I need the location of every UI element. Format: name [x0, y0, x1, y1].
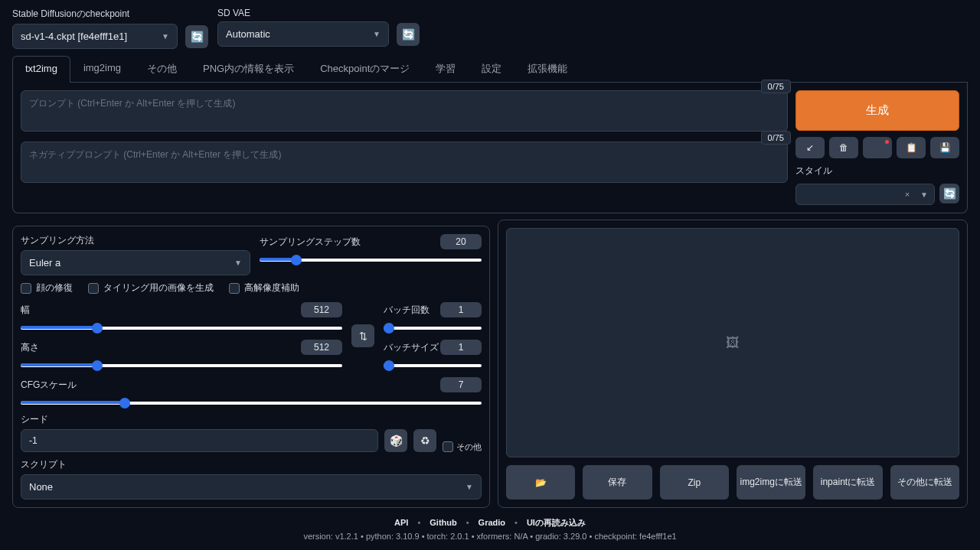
script-value: None: [29, 481, 53, 493]
generate-button[interactable]: 生成: [795, 90, 959, 131]
swap-wh-button[interactable]: ⇅: [351, 324, 374, 347]
batch-count-value: 1: [440, 302, 482, 317]
send-inpaint-button[interactable]: inpaintに転送: [813, 465, 882, 500]
script-label: スクリプト: [21, 458, 482, 471]
refresh-icon: 🔄: [191, 31, 204, 43]
tab-7[interactable]: 拡張機能: [514, 55, 580, 82]
cfg-slider[interactable]: [21, 402, 482, 405]
recycle-icon: ♻: [420, 434, 430, 447]
footer-link[interactable]: Gradio: [479, 518, 505, 527]
cfg-label: CFGスケール: [21, 379, 77, 392]
width-slider[interactable]: [21, 327, 342, 330]
tab-6[interactable]: 設定: [469, 55, 514, 82]
chevron-down-icon: ▼: [920, 190, 928, 199]
clear-icon[interactable]: ×: [905, 190, 910, 199]
sampling-method-label: サンプリング方法: [21, 234, 250, 247]
batch-size-value: 1: [440, 340, 482, 355]
arrow-button[interactable]: ↙: [795, 137, 825, 158]
save-style-button[interactable]: 💾: [930, 137, 959, 158]
vae-label: SD VAE: [217, 8, 420, 18]
tab-3[interactable]: PNG内の情報を表示: [190, 55, 307, 82]
refresh-vae-button[interactable]: 🔄: [397, 23, 420, 46]
height-label: 高さ: [21, 341, 39, 354]
image-placeholder-icon: 🖼: [726, 335, 740, 351]
batch-size-slider[interactable]: [384, 364, 482, 367]
apply-style-button[interactable]: 🔄: [939, 184, 959, 203]
footer-link[interactable]: API: [394, 518, 408, 527]
save-icon: 💾: [939, 142, 951, 153]
vae-value: Automatic: [226, 28, 270, 40]
refresh-checkpoint-button[interactable]: 🔄: [185, 25, 208, 48]
zip-button[interactable]: Zip: [660, 465, 729, 500]
arrow-icon: ↙: [806, 142, 814, 153]
checkpoint-label: Stable Diffusionのcheckpoint: [12, 8, 208, 21]
chevron-down-icon: ▼: [234, 259, 242, 267]
tab-2[interactable]: その他: [134, 55, 190, 82]
neg-prompt-token-count: 0/75: [761, 131, 791, 145]
extra-networks-button[interactable]: [863, 137, 892, 158]
prompt-token-count: 0/75: [761, 80, 791, 93]
output-preview: 🖼: [506, 228, 959, 457]
save-button[interactable]: 保存: [583, 465, 652, 500]
refresh-icon: 🔄: [402, 28, 415, 41]
height-value: 512: [301, 340, 342, 355]
dice-icon: 🎲: [390, 434, 403, 447]
chevron-down-icon: ▼: [466, 483, 473, 491]
restore-faces-checkbox[interactable]: [21, 283, 31, 294]
seed-label: シード: [21, 413, 482, 426]
tab-1[interactable]: img2img: [70, 55, 134, 82]
tab-0[interactable]: txt2img: [12, 56, 70, 83]
swap-icon: ⇅: [359, 330, 368, 342]
sampling-steps-value: 20: [440, 234, 482, 249]
chevron-down-icon: ▼: [373, 30, 381, 38]
negative-prompt-input[interactable]: [21, 142, 788, 183]
send-img2img-button[interactable]: img2imgに転送: [737, 465, 805, 500]
footer-meta: version: v1.2.1 • python: 3.10.9 • torch…: [12, 532, 968, 541]
seed-input[interactable]: [21, 429, 378, 452]
restore-faces-label: 顔の修復: [36, 282, 73, 295]
random-seed-button[interactable]: 🎲: [384, 429, 407, 452]
sampling-steps-label: サンプリングステップ数: [260, 236, 361, 249]
open-folder-button[interactable]: 📂: [506, 465, 575, 500]
reuse-seed-button[interactable]: ♻: [413, 429, 436, 452]
width-label: 幅: [21, 304, 30, 317]
batch-count-slider[interactable]: [384, 327, 482, 330]
checkpoint-select[interactable]: sd-v1-4.ckpt [fe4efff1e1] ▼: [12, 24, 178, 49]
footer-link[interactable]: UIの再読み込み: [527, 518, 586, 527]
batch-size-label: バッチサイズ: [384, 341, 439, 354]
seed-extra-checkbox[interactable]: [443, 441, 453, 452]
sampling-method-value: Euler a: [29, 257, 60, 268]
tiling-checkbox[interactable]: [88, 283, 99, 294]
seed-extra-label: その他: [456, 442, 482, 451]
trash-icon: 🗑: [839, 142, 848, 153]
paste-button[interactable]: 📋: [897, 137, 926, 158]
height-slider[interactable]: [21, 364, 342, 367]
style-label: スタイル: [795, 164, 959, 177]
tab-4[interactable]: Checkpointのマージ: [307, 55, 423, 82]
vae-select[interactable]: Automatic ▼: [217, 21, 389, 47]
cfg-value: 7: [440, 377, 482, 392]
tiling-label: タイリング用の画像を生成: [103, 282, 214, 295]
footer-link[interactable]: Github: [430, 518, 456, 527]
sampling-method-select[interactable]: Euler a ▼: [21, 250, 250, 275]
hires-checkbox[interactable]: [229, 283, 240, 294]
sampling-steps-slider[interactable]: [260, 259, 482, 262]
tab-5[interactable]: 学習: [423, 55, 469, 82]
checkpoint-value: sd-v1-4.ckpt [fe4efff1e1]: [21, 31, 127, 42]
refresh-icon: 🔄: [943, 187, 956, 200]
width-value: 512: [301, 302, 342, 317]
chevron-down-icon: ▼: [162, 32, 169, 41]
send-extras-button[interactable]: その他に転送: [890, 465, 959, 500]
script-select[interactable]: None ▼: [21, 474, 482, 500]
clipboard-icon: 📋: [906, 142, 917, 153]
prompt-input[interactable]: [21, 90, 788, 132]
folder-icon: 📂: [535, 477, 547, 488]
batch-count-label: バッチ回数: [384, 304, 430, 317]
trash-button[interactable]: 🗑: [829, 137, 858, 158]
style-select[interactable]: × ▼: [795, 184, 935, 205]
hires-label: 高解像度補助: [244, 282, 299, 295]
